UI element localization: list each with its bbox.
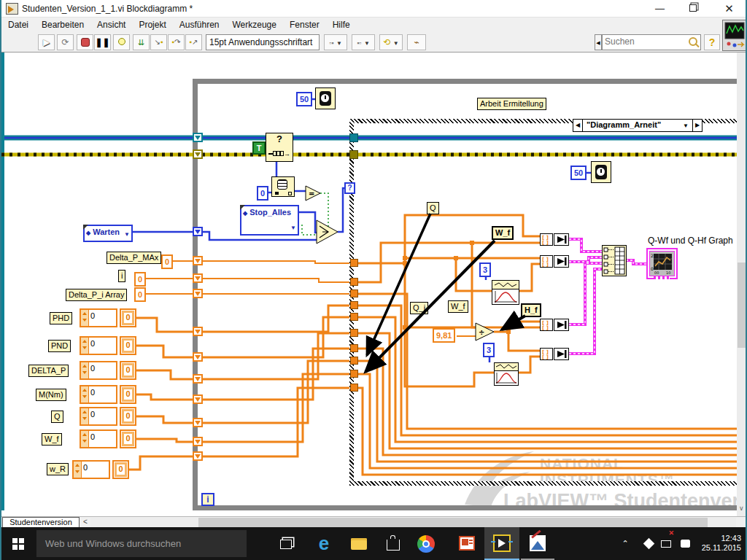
index-array-node[interactable] — [271, 176, 295, 197]
case-tunnel-8[interactable] — [350, 357, 358, 365]
store-button[interactable] — [377, 527, 409, 560]
wait-ms-constant-1[interactable]: 50 — [296, 92, 312, 106]
case-selector[interactable]: ◀ "Diagramm_Arneit" ▼ ▶ — [573, 119, 703, 132]
title-bar[interactable]: Studenten_Version_1_1.vi Blockdiagramm *… — [1, 0, 747, 18]
wf-indicator[interactable]: 0 — [120, 429, 136, 448]
warten-enum[interactable]: ◆ Warten ▼ — [83, 225, 133, 242]
powerpoint-button[interactable] — [451, 527, 483, 560]
image-app-button[interactable] — [521, 527, 554, 560]
task-view-button[interactable] — [270, 527, 302, 560]
tunnel-daqmx[interactable] — [193, 133, 203, 142]
wr-control[interactable]: 0 — [72, 460, 110, 479]
equals-node[interactable]: = — [306, 186, 320, 201]
help-button[interactable]: ? — [704, 34, 720, 50]
mean-filter-node-2[interactable] — [494, 362, 519, 386]
mean-filter-node-1[interactable] — [492, 280, 519, 305]
chrome-button[interactable] — [410, 527, 442, 560]
bundle-node-2[interactable]: [ ][ ] — [540, 255, 569, 268]
tunnel-phd[interactable] — [193, 327, 203, 336]
tunnel-delta-p[interactable] — [193, 374, 203, 384]
case-title-label[interactable]: Arbeit Ermitellung — [477, 98, 546, 110]
case-tunnel-1[interactable] — [350, 259, 358, 267]
tunnel-delta-p-max[interactable] — [193, 256, 203, 265]
q-label[interactable]: Q — [51, 411, 63, 423]
free-label-q[interactable]: Q — [427, 202, 439, 214]
restore-button[interactable] — [676, 0, 709, 18]
pnd-label[interactable]: PND — [48, 340, 71, 352]
gravity-constant[interactable]: 9,81 — [433, 328, 455, 343]
search-history-button[interactable]: ◀ — [595, 34, 602, 50]
tunnel-mnm[interactable] — [193, 394, 203, 404]
scroll-down-icon[interactable]: ∨ — [739, 505, 744, 512]
tunnel-q[interactable] — [193, 418, 203, 427]
i-label[interactable]: i — [118, 270, 125, 282]
stop-alles-enum[interactable]: ◆ Stop_Alles ▼ — [240, 205, 299, 236]
case-prev-icon[interactable]: ◀ — [573, 120, 583, 131]
select-node[interactable] — [317, 220, 338, 244]
free-label-wf2[interactable]: W_f — [448, 300, 468, 313]
file-explorer-button[interactable] — [343, 527, 375, 560]
case-tunnel-error[interactable] — [349, 150, 358, 159]
taskbar-search[interactable]: Web und Windows durchsuchen — [36, 530, 247, 557]
tunnel-wf[interactable] — [193, 437, 203, 446]
xy-graph-terminal[interactable]: 200010 — [646, 248, 678, 279]
case-tunnel-6[interactable] — [350, 329, 358, 337]
phd-indicator[interactable]: 0 — [120, 308, 136, 327]
tab-scroll-left-icon[interactable]: < — [83, 518, 88, 526]
free-label-qi[interactable]: Q_i — [410, 302, 428, 314]
menu-datei[interactable]: Datei — [1, 18, 35, 32]
mnm-control[interactable]: 0 — [80, 385, 117, 404]
align-objects-dropdown[interactable]: ▫▪ ▼ — [324, 34, 347, 50]
menu-ansicht[interactable]: Ansicht — [90, 18, 132, 32]
case-tunnel-daqmx[interactable] — [349, 133, 358, 142]
true-constant[interactable]: T — [252, 141, 266, 155]
index-constant[interactable]: 0 — [257, 186, 268, 201]
bundle-node-3[interactable]: [ ][ ] — [540, 319, 569, 331]
numeric-orange-thin-wires[interactable] — [146, 261, 476, 336]
case-tunnel-5[interactable] — [350, 313, 358, 321]
mnm-label[interactable]: M(Nm) — [36, 389, 66, 401]
free-label-wf[interactable]: W_f — [492, 226, 514, 240]
filter-constant-1[interactable]: 3 — [479, 262, 491, 277]
tunnel-array[interactable] — [193, 289, 203, 298]
taskbar-clock[interactable]: 12:43 25.11.2015 — [686, 534, 741, 553]
delta-p-i-array-label[interactable]: Delta_P_i Array — [66, 289, 127, 301]
delta-p-control[interactable]: 0 — [80, 361, 117, 380]
wr-indicator[interactable]: 0 — [112, 460, 129, 479]
delta-p-max-constant[interactable]: 0 — [161, 254, 173, 269]
i-constant[interactable]: 0 — [134, 272, 146, 287]
vertical-scrollbar-thumb[interactable] — [738, 262, 747, 348]
wait-ms-constant-2[interactable]: 50 — [570, 166, 587, 180]
case-tunnel-10[interactable] — [350, 384, 358, 392]
menu-werkzeuge[interactable]: Werkzeuge — [225, 18, 282, 32]
close-button[interactable]: ✕ — [713, 0, 746, 18]
vi-icon[interactable] — [722, 20, 747, 51]
get-queue-status-node[interactable]: ? → — [266, 133, 293, 162]
case-tunnel-3[interactable] — [350, 289, 358, 298]
divide-node[interactable]: ÷ — [476, 323, 494, 341]
retain-wire-values-button[interactable]: ⇊ — [133, 34, 150, 50]
tunnel-pnd[interactable] — [193, 352, 203, 362]
q-indicator[interactable]: 0 — [120, 407, 136, 426]
edge-button[interactable]: e — [308, 527, 340, 560]
phd-control[interactable]: 0 — [80, 308, 117, 327]
loop-iteration-terminal[interactable]: i — [201, 493, 214, 506]
mnm-indicator[interactable]: 0 — [120, 385, 136, 404]
search-input[interactable] — [605, 36, 681, 47]
wait-ms-node-2[interactable] — [591, 161, 611, 183]
horizontal-scrollbar-thumb[interactable] — [198, 518, 708, 527]
step-over-button[interactable]: ▪↷ — [168, 34, 185, 50]
delta-p-indicator[interactable]: 0 — [120, 361, 136, 380]
wf-control[interactable]: 0 — [80, 429, 117, 448]
case-tunnel-2[interactable] — [350, 278, 358, 286]
delta-p-label[interactable]: DELTA_P — [28, 365, 69, 377]
cleanup-diagram-button[interactable]: ⌁ — [407, 34, 426, 50]
step-out-button[interactable]: ▪↗ — [185, 34, 202, 50]
tunnel-error[interactable] — [193, 149, 203, 159]
phd-label[interactable]: PHD — [50, 312, 72, 324]
case-next-icon[interactable]: ▶ — [692, 120, 702, 131]
highlight-execution-button[interactable] — [113, 34, 130, 50]
pause-button[interactable]: ❚❚ — [94, 34, 111, 50]
case-tunnel-7[interactable] — [350, 344, 358, 352]
bundle-node-4[interactable]: [ ][ ] — [540, 348, 569, 360]
